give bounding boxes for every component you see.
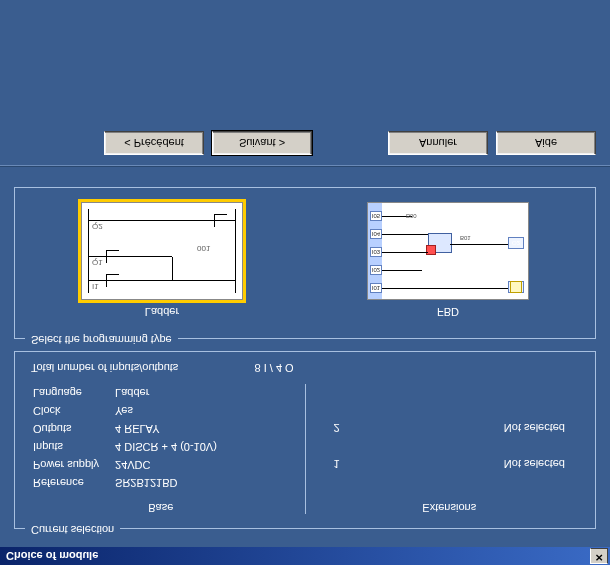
base-header: Base: [25, 502, 297, 514]
totals-value: 8 I / 4 O: [255, 362, 294, 374]
option-fbd[interactable]: FBD I01 I02 I03 I04 I05: [367, 202, 529, 318]
option-fbd-label: FBD: [437, 306, 459, 318]
option-ladder-thumbnail: I1 Q1 Q2 001: [81, 202, 243, 300]
language-label: Language: [25, 384, 107, 402]
extension-slot-1-index: 1: [334, 458, 340, 470]
group-current-selection-legend: Current selection: [25, 524, 120, 536]
totals-label: Total number of inputs/outputs: [31, 362, 178, 374]
button-separator: [0, 165, 610, 167]
next-button[interactable]: Suivant >: [212, 131, 312, 155]
reference-label: Reference: [25, 474, 107, 492]
extension-slot-2: 2 Not selected: [314, 418, 586, 438]
help-button[interactable]: Aide: [496, 131, 596, 155]
option-fbd-thumbnail: I01 I02 I03 I04 I05 O1 O: [367, 202, 529, 300]
titlebar: Choice of module ✕: [0, 547, 610, 565]
extensions-header: Extensions: [314, 502, 586, 514]
dialog-client: Current selection Base ReferenceSR2B121B…: [0, 117, 610, 547]
group-programming-type-legend: Select the programming type: [25, 334, 178, 346]
group-current-selection: Current selection Base ReferenceSR2B121B…: [14, 351, 596, 529]
prev-button[interactable]: < Précédent: [104, 131, 204, 155]
outputs-label: Outputs: [25, 420, 107, 438]
extension-slot-1-value: Not selected: [504, 458, 565, 470]
button-row: < Précédent Suivant > Annuler Aide: [14, 127, 596, 155]
outputs-value: 4 RELAY: [107, 420, 225, 438]
reference-value: SR2B121BD: [107, 474, 225, 492]
extension-slot-1: 1 Not selected: [314, 454, 586, 474]
extensions-column: Extensions 1 Not selected 2 Not selected: [314, 384, 586, 514]
totals-row: Total number of inputs/outputs 8 I / 4 O: [25, 362, 585, 374]
window-title: Choice of module: [2, 550, 588, 562]
inputs-label: Inputs: [25, 438, 107, 456]
extension-slot-2-index: 2: [334, 422, 340, 434]
option-ladder-label: Ladder: [145, 306, 179, 318]
extension-slot-2-value: Not selected: [504, 422, 565, 434]
inputs-value: 4 DISCR + 4 (0-10V): [107, 438, 225, 456]
clock-value: Yes: [107, 402, 225, 420]
close-icon[interactable]: ✕: [590, 548, 608, 564]
base-column: Base ReferenceSR2B121BD Power supply24VD…: [25, 384, 297, 514]
power-value: 24VDC: [107, 456, 225, 474]
column-divider: [305, 384, 306, 514]
cancel-button[interactable]: Annuler: [388, 131, 488, 155]
clock-label: Clock: [25, 402, 107, 420]
group-programming-type: Select the programming type Ladder I1 Q1: [14, 187, 596, 339]
option-ladder[interactable]: Ladder I1 Q1 Q2 001: [81, 202, 243, 318]
language-value: Ladder: [107, 384, 225, 402]
power-label: Power supply: [25, 456, 107, 474]
